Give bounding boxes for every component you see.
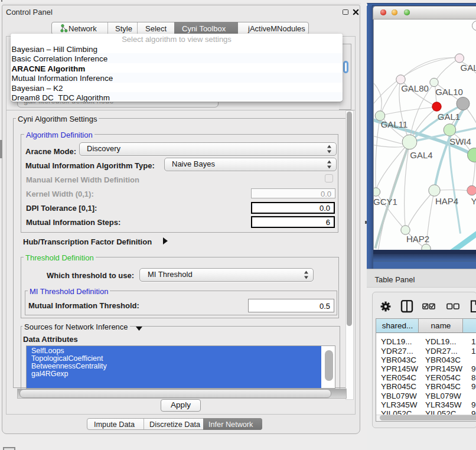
svg-text:GAL4: GAL4 — [410, 149, 432, 159]
svg-text:HAP2: HAP2 — [406, 234, 429, 244]
svg-text:GAL7: GAL7 — [461, 63, 476, 73]
svg-text:GAL1: GAL1 — [438, 112, 460, 122]
svg-text:HAP4: HAP4 — [435, 196, 458, 206]
svg-text:SWI4: SWI4 — [449, 136, 471, 146]
svg-text:GAL80: GAL80 — [401, 83, 429, 93]
svg-text:GCY1: GCY1 — [374, 196, 397, 206]
svg-text:YM: YM — [471, 196, 476, 206]
svg-text:GAL11: GAL11 — [381, 119, 408, 129]
svg-text:GAL10: GAL10 — [435, 87, 463, 97]
